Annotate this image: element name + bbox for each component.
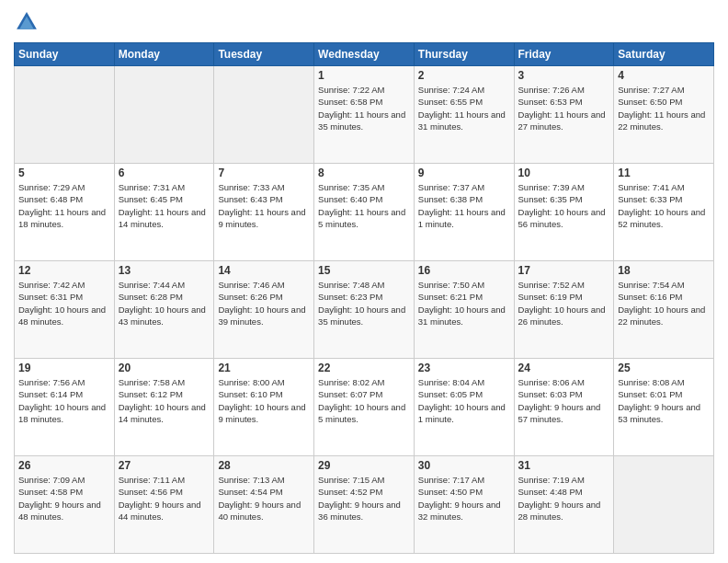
day-number: 19 — [18, 362, 110, 374]
day-info: Sunrise: 7:39 AMSunset: 6:35 PMDaylight:… — [518, 181, 610, 230]
calendar-cell: 13Sunrise: 7:44 AMSunset: 6:28 PMDayligh… — [114, 261, 214, 359]
day-info: Sunrise: 7:52 AMSunset: 6:19 PMDaylight:… — [518, 279, 610, 327]
day-number: 13 — [119, 264, 210, 277]
calendar-cell: 17Sunrise: 7:52 AMSunset: 6:19 PMDayligh… — [514, 261, 614, 359]
calendar-header-thursday: Thursday — [414, 43, 514, 66]
calendar-week-4: 19Sunrise: 7:56 AMSunset: 6:14 PMDayligh… — [15, 359, 714, 456]
day-info: Sunrise: 7:17 AMSunset: 4:50 PMDaylight:… — [418, 474, 510, 523]
day-info: Sunrise: 7:46 AMSunset: 6:26 PMDaylight:… — [218, 279, 310, 327]
day-info: Sunrise: 7:48 AMSunset: 6:23 PMDaylight:… — [318, 279, 410, 327]
day-info: Sunrise: 7:50 AMSunset: 6:21 PMDaylight:… — [418, 279, 510, 327]
day-number: 17 — [518, 264, 610, 277]
day-info: Sunrise: 7:09 AMSunset: 4:58 PMDaylight:… — [18, 474, 110, 523]
calendar-cell — [15, 66, 115, 164]
day-info: Sunrise: 7:13 AMSunset: 4:54 PMDaylight:… — [218, 474, 310, 523]
calendar-cell: 3Sunrise: 7:26 AMSunset: 6:53 PMDaylight… — [514, 66, 614, 164]
day-number: 23 — [418, 362, 510, 374]
calendar-header-monday: Monday — [114, 43, 214, 66]
day-number: 1 — [318, 69, 410, 82]
day-number: 11 — [618, 167, 710, 179]
day-info: Sunrise: 8:00 AMSunset: 6:10 PMDaylight:… — [218, 376, 310, 425]
day-info: Sunrise: 7:15 AMSunset: 4:52 PMDaylight:… — [318, 474, 410, 523]
calendar-cell: 15Sunrise: 7:48 AMSunset: 6:23 PMDayligh… — [314, 261, 415, 359]
day-info: Sunrise: 7:11 AMSunset: 4:56 PMDaylight:… — [119, 474, 210, 523]
day-info: Sunrise: 7:44 AMSunset: 6:28 PMDaylight:… — [119, 279, 210, 327]
calendar-cell: 10Sunrise: 7:39 AMSunset: 6:35 PMDayligh… — [514, 164, 614, 261]
day-info: Sunrise: 7:42 AMSunset: 6:31 PMDaylight:… — [18, 279, 110, 327]
calendar-header-tuesday: Tuesday — [214, 43, 314, 66]
day-number: 20 — [119, 362, 210, 374]
calendar-cell: 29Sunrise: 7:15 AMSunset: 4:52 PMDayligh… — [314, 456, 415, 554]
day-number: 30 — [418, 459, 510, 472]
day-info: Sunrise: 7:26 AMSunset: 6:53 PMDaylight:… — [518, 84, 610, 132]
day-info: Sunrise: 7:41 AMSunset: 6:33 PMDaylight:… — [618, 181, 710, 230]
calendar-cell: 24Sunrise: 8:06 AMSunset: 6:03 PMDayligh… — [514, 359, 614, 456]
day-info: Sunrise: 8:06 AMSunset: 6:03 PMDaylight:… — [518, 376, 610, 425]
calendar-header-wednesday: Wednesday — [314, 43, 415, 66]
day-number: 6 — [119, 167, 210, 179]
day-info: Sunrise: 7:19 AMSunset: 4:48 PMDaylight:… — [518, 474, 610, 523]
logo-icon — [14, 9, 40, 35]
day-info: Sunrise: 8:04 AMSunset: 6:05 PMDaylight:… — [418, 376, 510, 425]
calendar-cell — [114, 66, 214, 164]
day-number: 22 — [318, 362, 410, 374]
day-number: 24 — [518, 362, 610, 374]
calendar-table: SundayMondayTuesdayWednesdayThursdayFrid… — [14, 42, 714, 554]
day-number: 16 — [418, 264, 510, 277]
calendar-cell: 23Sunrise: 8:04 AMSunset: 6:05 PMDayligh… — [414, 359, 514, 456]
day-number: 12 — [18, 264, 110, 277]
calendar-cell: 20Sunrise: 7:58 AMSunset: 6:12 PMDayligh… — [114, 359, 214, 456]
calendar-cell: 12Sunrise: 7:42 AMSunset: 6:31 PMDayligh… — [15, 261, 115, 359]
calendar-cell: 30Sunrise: 7:17 AMSunset: 4:50 PMDayligh… — [414, 456, 514, 554]
calendar-cell: 8Sunrise: 7:35 AMSunset: 6:40 PMDaylight… — [314, 164, 415, 261]
calendar-cell: 16Sunrise: 7:50 AMSunset: 6:21 PMDayligh… — [414, 261, 514, 359]
day-info: Sunrise: 7:22 AMSunset: 6:58 PMDaylight:… — [318, 84, 410, 132]
calendar-cell — [214, 66, 314, 164]
calendar-cell: 31Sunrise: 7:19 AMSunset: 4:48 PMDayligh… — [514, 456, 614, 554]
calendar-week-1: 1Sunrise: 7:22 AMSunset: 6:58 PMDaylight… — [15, 66, 714, 164]
day-number: 27 — [119, 459, 210, 472]
calendar-cell: 9Sunrise: 7:37 AMSunset: 6:38 PMDaylight… — [414, 164, 514, 261]
calendar-cell: 21Sunrise: 8:00 AMSunset: 6:10 PMDayligh… — [214, 359, 314, 456]
day-info: Sunrise: 7:31 AMSunset: 6:45 PMDaylight:… — [119, 181, 210, 230]
day-info: Sunrise: 7:58 AMSunset: 6:12 PMDaylight:… — [119, 376, 210, 425]
calendar-cell: 4Sunrise: 7:27 AMSunset: 6:50 PMDaylight… — [614, 66, 714, 164]
calendar-cell: 27Sunrise: 7:11 AMSunset: 4:56 PMDayligh… — [114, 456, 214, 554]
calendar-week-3: 12Sunrise: 7:42 AMSunset: 6:31 PMDayligh… — [15, 261, 714, 359]
header — [14, 9, 714, 35]
calendar-header-sunday: Sunday — [15, 43, 115, 66]
calendar-week-5: 26Sunrise: 7:09 AMSunset: 4:58 PMDayligh… — [15, 456, 714, 554]
calendar-cell: 28Sunrise: 7:13 AMSunset: 4:54 PMDayligh… — [214, 456, 314, 554]
day-info: Sunrise: 7:33 AMSunset: 6:43 PMDaylight:… — [218, 181, 310, 230]
day-info: Sunrise: 7:54 AMSunset: 6:16 PMDaylight:… — [618, 279, 710, 327]
calendar-cell: 5Sunrise: 7:29 AMSunset: 6:48 PMDaylight… — [15, 164, 115, 261]
calendar-cell: 14Sunrise: 7:46 AMSunset: 6:26 PMDayligh… — [214, 261, 314, 359]
day-number: 3 — [518, 69, 610, 82]
calendar-cell: 11Sunrise: 7:41 AMSunset: 6:33 PMDayligh… — [614, 164, 714, 261]
calendar-cell: 7Sunrise: 7:33 AMSunset: 6:43 PMDaylight… — [214, 164, 314, 261]
calendar-header-friday: Friday — [514, 43, 614, 66]
day-number: 26 — [18, 459, 110, 472]
day-number: 2 — [418, 69, 510, 82]
day-info: Sunrise: 8:08 AMSunset: 6:01 PMDaylight:… — [618, 376, 710, 425]
day-number: 25 — [618, 362, 710, 374]
day-number: 8 — [318, 167, 410, 179]
day-number: 15 — [318, 264, 410, 277]
calendar-cell: 2Sunrise: 7:24 AMSunset: 6:55 PMDaylight… — [414, 66, 514, 164]
day-number: 5 — [18, 167, 110, 179]
day-number: 10 — [518, 167, 610, 179]
day-number: 29 — [318, 459, 410, 472]
day-number: 21 — [218, 362, 310, 374]
day-number: 9 — [418, 167, 510, 179]
day-number: 18 — [618, 264, 710, 277]
day-info: Sunrise: 7:56 AMSunset: 6:14 PMDaylight:… — [18, 376, 110, 425]
day-number: 14 — [218, 264, 310, 277]
day-number: 31 — [518, 459, 610, 472]
day-info: Sunrise: 7:37 AMSunset: 6:38 PMDaylight:… — [418, 181, 510, 230]
day-info: Sunrise: 7:35 AMSunset: 6:40 PMDaylight:… — [318, 181, 410, 230]
calendar-cell: 6Sunrise: 7:31 AMSunset: 6:45 PMDaylight… — [114, 164, 214, 261]
logo — [14, 9, 43, 35]
calendar-cell: 18Sunrise: 7:54 AMSunset: 6:16 PMDayligh… — [614, 261, 714, 359]
calendar-cell: 19Sunrise: 7:56 AMSunset: 6:14 PMDayligh… — [15, 359, 115, 456]
day-info: Sunrise: 7:24 AMSunset: 6:55 PMDaylight:… — [418, 84, 510, 132]
